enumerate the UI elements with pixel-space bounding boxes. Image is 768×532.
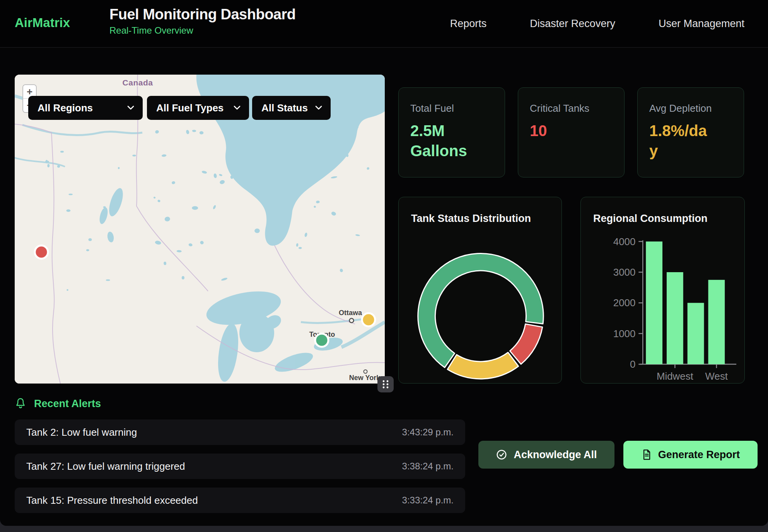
generate-report-label: Generate Report — [658, 449, 740, 461]
stat-card-avg-depletion: Avg Depletion 1.8%/day — [637, 87, 744, 177]
svg-text:West: West — [705, 371, 728, 382]
regional-consumption-bar-chart: 01000200030004000MidwestWest — [581, 197, 744, 383]
map-label-new-york: New York — [349, 374, 381, 382]
chevron-down-icon — [315, 106, 322, 110]
tank-status-donut-chart — [399, 197, 561, 383]
map-city-dot-ottawa — [350, 319, 354, 323]
tank-status-title: Tank Status Distribution — [411, 213, 531, 225]
alerts-header: Recent Alerts — [15, 397, 101, 410]
stat-label: Avg Depletion — [649, 102, 732, 114]
alert-timestamp: 3:38:24 p.m. — [402, 461, 454, 472]
filter-fuel-types-value: All Fuel Types — [156, 102, 224, 114]
page-title: Fuel Monitoring Dashboard — [109, 6, 295, 23]
filter-regions-value: All Regions — [38, 102, 93, 114]
map-canvas[interactable]: Canada Ottawa Toronto New York — [15, 75, 385, 384]
stat-label: Critical Tanks — [530, 102, 613, 114]
alert-message: Tank 27: Low fuel warning triggered — [26, 460, 185, 472]
acknowledge-all-label: Acknowledge All — [514, 449, 597, 461]
main-nav: Reports Disaster Recovery User Managemen… — [450, 0, 744, 47]
alert-message: Tank 15: Pressure threshold exceeded — [26, 494, 198, 506]
title-block: Fuel Monitoring Dashboard Real-Time Over… — [109, 6, 295, 36]
filter-status-value: All Status — [261, 102, 308, 114]
nav-disaster-recovery[interactable]: Disaster Recovery — [530, 18, 615, 30]
brand-logo[interactable]: AirMatrix — [15, 15, 70, 30]
grip-dots-icon — [381, 379, 391, 390]
document-icon — [641, 449, 652, 460]
map-marker-warning[interactable] — [362, 313, 375, 326]
map-city-dot-new-york — [364, 370, 367, 373]
nav-reports[interactable]: Reports — [450, 18, 487, 30]
svg-text:2000: 2000 — [613, 297, 636, 308]
svg-text:Midwest: Midwest — [657, 371, 693, 382]
stat-card-critical-tanks: Critical Tanks 10 — [518, 87, 625, 177]
regional-consumption-title: Regional Consumption — [593, 213, 707, 225]
generate-report-button[interactable]: Generate Report — [623, 441, 758, 469]
alert-message: Tank 2: Low fuel warning — [26, 426, 137, 438]
stat-value: 10 — [530, 121, 588, 141]
alert-timestamp: 3:33:24 p.m. — [402, 495, 454, 506]
dashboard-page: AirMatrix Fuel Monitoring Dashboard Real… — [0, 0, 768, 532]
alert-row[interactable]: Tank 15: Pressure threshold exceeded 3:3… — [15, 488, 465, 513]
map-label-canada: Canada — [123, 78, 153, 87]
filter-fuel-types-dropdown[interactable]: All Fuel Types — [147, 96, 249, 120]
alert-timestamp: 3:43:29 p.m. — [402, 427, 454, 438]
nav-user-management[interactable]: User Management — [659, 18, 744, 30]
regional-consumption-card: Regional Consumption 01000200030004000Mi… — [580, 197, 745, 384]
stat-value: 2.5M Gallons — [410, 121, 468, 161]
stat-value: 1.8%/day — [649, 121, 707, 161]
tank-status-card: Tank Status Distribution — [398, 197, 562, 384]
map-drag-handle[interactable] — [377, 376, 394, 392]
alerts-title: Recent Alerts — [34, 398, 101, 410]
alert-row[interactable]: Tank 27: Low fuel warning triggered 3:38… — [15, 454, 465, 479]
chevron-down-icon — [127, 106, 134, 110]
map[interactable]: Canada Ottawa Toronto New York + − All R… — [15, 75, 385, 384]
svg-text:0: 0 — [630, 359, 635, 370]
map-marker-critical[interactable] — [35, 246, 48, 259]
map-label-ottawa: Ottawa — [339, 309, 362, 317]
svg-text:4000: 4000 — [613, 236, 636, 247]
stat-card-total-fuel: Total Fuel 2.5M Gallons — [398, 87, 505, 177]
app-panel: AirMatrix Fuel Monitoring Dashboard Real… — [0, 0, 768, 526]
acknowledge-all-button[interactable]: Acknowledge All — [478, 441, 614, 469]
svg-text:3000: 3000 — [613, 267, 636, 278]
chevron-down-icon — [234, 106, 241, 110]
map-marker-normal[interactable] — [315, 334, 328, 347]
alert-row[interactable]: Tank 2: Low fuel warning 3:43:29 p.m. — [15, 419, 465, 445]
filter-status-dropdown[interactable]: All Status — [252, 96, 331, 120]
page-subtitle: Real-Time Overview — [109, 25, 295, 36]
svg-text:1000: 1000 — [613, 328, 636, 339]
header: AirMatrix Fuel Monitoring Dashboard Real… — [0, 0, 768, 48]
filter-regions-dropdown[interactable]: All Regions — [28, 96, 143, 120]
check-circle-icon — [496, 449, 507, 460]
stat-label: Total Fuel — [410, 102, 493, 114]
bell-icon — [15, 397, 26, 410]
